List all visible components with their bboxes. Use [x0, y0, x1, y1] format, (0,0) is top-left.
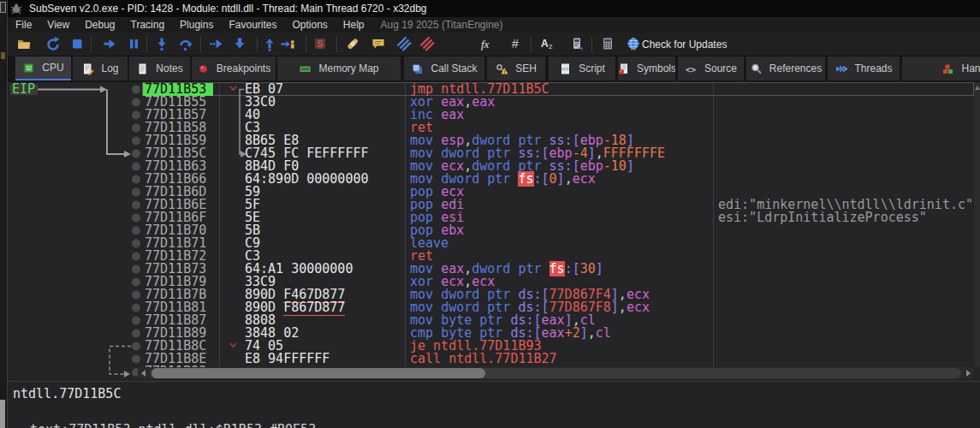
comment-button[interactable] — [371, 36, 388, 53]
references-icon — [750, 62, 763, 75]
toolbar: Sfx#A2Check for Updates — [8, 33, 980, 56]
scroll-right-arrow[interactable] — [962, 367, 974, 379]
assembler-button[interactable] — [569, 36, 586, 53]
tab-breakpoints[interactable]: Breakpoints — [192, 56, 276, 80]
pause-icon — [126, 36, 141, 51]
tab-label: References — [769, 62, 822, 74]
restart-button[interactable] — [45, 36, 62, 53]
trace-into-icon — [209, 36, 224, 51]
stripes-blue-icon — [396, 36, 412, 51]
build-info: Aug 19 2025 (TitanEngine) — [381, 19, 503, 31]
source-icon: <> — [685, 62, 698, 75]
instruction: call ntdll.77D11B27 — [410, 353, 557, 366]
calculator-button[interactable] — [600, 36, 617, 53]
tab-source[interactable]: <>Source — [678, 56, 744, 80]
toolbar-separator — [336, 37, 337, 52]
app-icon — [10, 3, 22, 15]
tab-log[interactable]: Log — [73, 56, 128, 80]
horizontal-scrollbar[interactable] — [138, 367, 974, 379]
seh-icon: ! — [496, 62, 508, 75]
tab-cpu[interactable]: 32CPU — [15, 56, 71, 80]
step-into-button[interactable] — [154, 36, 171, 53]
background-window-icon — [0, 2, 6, 13]
info-module-line: .text:77D11B53 ntdll.dll:$B1B53 #B0E53 — [22, 422, 316, 428]
patches-icon — [345, 36, 360, 51]
step-out-icon — [262, 36, 277, 51]
tab-label: Call Stack — [431, 62, 477, 74]
script-icon: <> — [559, 62, 572, 75]
cpu-chip-icon: 32 — [22, 62, 35, 74]
tab-notes[interactable]: Notes — [129, 56, 190, 80]
patches-button[interactable] — [345, 36, 362, 53]
restart-icon — [45, 36, 61, 51]
tab-label: Script — [579, 62, 605, 74]
comment: esi:"LdrpInitializeProcess" — [718, 211, 927, 224]
execute-till-return-button[interactable] — [262, 36, 279, 53]
tab-seh[interactable]: !SEH — [487, 56, 545, 80]
trace-into-button[interactable] — [209, 36, 226, 53]
trace-over-button[interactable] — [232, 36, 249, 53]
red-stripes-button[interactable] — [419, 36, 437, 53]
labels-button[interactable]: # — [509, 36, 526, 53]
step-over-button[interactable] — [178, 36, 195, 53]
check-updates-button[interactable] — [626, 36, 643, 53]
font-icon: A2 — [539, 36, 555, 51]
run-button[interactable] — [102, 36, 119, 53]
tab-call-stack[interactable]: Call Stack — [404, 56, 484, 80]
svg-text:2: 2 — [549, 43, 553, 51]
svg-text:S: S — [317, 39, 323, 49]
memory-map-icon — [299, 62, 312, 75]
menu-help[interactable]: Help — [336, 17, 372, 33]
info-address: ntdll.77D11B5C — [13, 386, 121, 401]
menu-debug[interactable]: Debug — [77, 17, 122, 33]
tab-label: Threads — [854, 62, 892, 74]
toolbar-separator — [146, 37, 147, 52]
blue-stripes-button[interactable] — [396, 36, 413, 53]
close-button[interactable] — [69, 36, 86, 53]
scroll-left-arrow[interactable] — [138, 367, 150, 379]
run-to-user-code-button[interactable] — [280, 36, 297, 53]
svg-text:!: ! — [504, 69, 506, 74]
symbols-icon — [618, 62, 630, 75]
open-file-button[interactable] — [16, 36, 33, 53]
svg-text:32: 32 — [26, 65, 33, 71]
toolbar-separator — [91, 37, 92, 52]
opcode-bytes: 64:890D 00000000 — [245, 173, 369, 186]
svg-text:#: # — [512, 37, 519, 51]
font-button[interactable]: A2 — [539, 36, 556, 53]
tab-memory-map[interactable]: Memory Map — [277, 56, 401, 80]
menu-plugins[interactable]: Plugins — [172, 17, 221, 33]
menu-view[interactable]: View — [39, 17, 77, 33]
menu-file[interactable]: File — [8, 17, 39, 33]
tab-label: SEH — [515, 62, 537, 74]
vertical-scrollbar[interactable] — [974, 82, 980, 367]
functions-button[interactable]: fx — [480, 36, 497, 53]
threads-icon — [834, 62, 847, 75]
scrollbar-thumb[interactable] — [151, 368, 485, 378]
check-updates-label[interactable]: Check for Updates — [642, 39, 727, 51]
disassembly-view[interactable]: EIP 77D11B53EB 07jmp ntdll.77D11B5C77D11… — [8, 82, 980, 381]
breakpoint-icon — [197, 62, 210, 75]
run-icon — [102, 36, 117, 51]
call-stack-icon — [411, 62, 424, 75]
stripes-red-icon — [419, 36, 435, 51]
open-folder-icon — [16, 36, 32, 51]
background-window-sliver — [0, 0, 7, 428]
tab-symbols[interactable]: Symbols — [618, 56, 675, 80]
menu-tracing[interactable]: Tracing — [123, 17, 173, 33]
toolbar-separator — [257, 37, 258, 52]
tab-handles[interactable]: Handles — [902, 56, 980, 80]
menu-options[interactable]: Options — [284, 17, 335, 33]
s-badge-icon: S — [312, 36, 328, 51]
svg-text:<>: <> — [686, 64, 696, 74]
s-plugin-button[interactable]: S — [312, 36, 330, 53]
window-title: SubSeven v2.0.exe - PID: 1428 - Module: … — [29, 3, 427, 15]
tab-references[interactable]: References — [746, 56, 825, 80]
tab-threads[interactable]: Threads — [828, 56, 900, 80]
toolbar-separator — [306, 37, 306, 52]
pause-button[interactable] — [126, 36, 143, 53]
tab-script[interactable]: <>Script — [549, 56, 615, 80]
menu-favourites[interactable]: Favourites — [221, 17, 284, 33]
stop-icon — [69, 36, 85, 51]
tab-label: Notes — [156, 62, 182, 74]
